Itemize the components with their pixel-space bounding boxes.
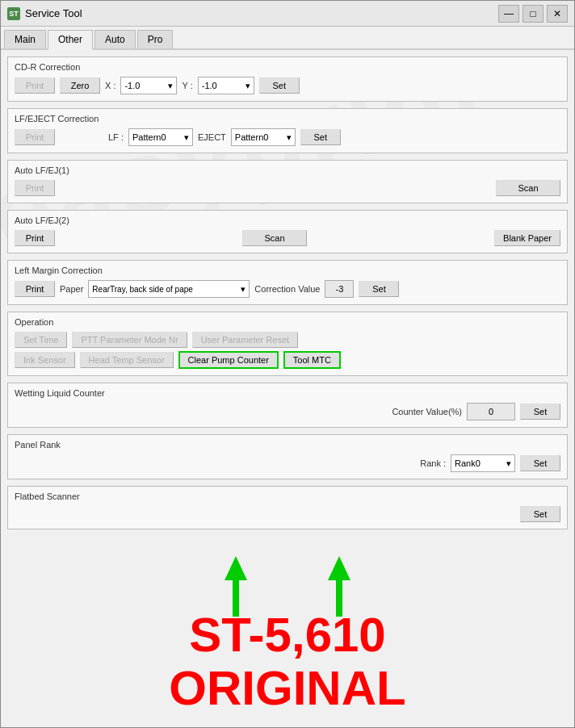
paper-dropdown[interactable]: RearTray, back side of pape ▾ — [88, 280, 250, 298]
section-cd-correction: CD-R Correction Print Zero X : -1.0 ▾ Y … — [7, 56, 568, 102]
wetting-liquid-row: Counter Value(%) 0 Set — [15, 403, 560, 420]
original-text: ORIGINAL — [7, 662, 568, 715]
auto-lf-ej1-title: Auto LF/EJ(1) — [15, 165, 560, 175]
tool-mtc-button[interactable]: Tool MTC — [283, 351, 341, 369]
correction-value-input[interactable]: -3 — [325, 280, 354, 298]
ink-sensor-button[interactable]: Ink Sensor — [15, 352, 75, 368]
head-temp-sensor-button[interactable]: Head Temp Sensor — [80, 352, 174, 368]
panel-rank-row: Rank : Rank0 ▾ Set — [15, 454, 560, 472]
minimize-button[interactable]: — — [498, 5, 519, 23]
section-auto-lf-ej1: Auto LF/EJ(1) Print Scan — [7, 160, 568, 203]
flatbed-scanner-row: Set — [15, 506, 560, 522]
window-title: Service Tool — [25, 7, 82, 19]
scrollable-content: CD-R Correction Print Zero X : -1.0 ▾ Y … — [1, 50, 574, 704]
section-auto-lf-ej2: Auto LF/EJ(2) Print Scan Blank Paper — [7, 210, 568, 253]
lf-eject-set-button[interactable]: Set — [300, 129, 341, 145]
arrow-right-head — [328, 556, 350, 580]
auto-lf-ej2-title: Auto LF/EJ(2) — [15, 215, 560, 225]
st-number: ST-5,610 — [7, 609, 568, 662]
cd-zero-button[interactable]: Zero — [60, 77, 100, 94]
y-label: Y : — [182, 81, 192, 90]
correction-value-label: Correction Value — [254, 284, 320, 294]
counter-value-label: Counter Value(%) — [392, 407, 462, 416]
paper-label: Paper — [60, 284, 83, 294]
section-panel-rank: Panel Rank Rank : Rank0 ▾ Set — [7, 434, 568, 479]
auto2-scan-button[interactable]: Scan — [242, 230, 307, 246]
arrow-left-head — [225, 556, 247, 580]
arrows-container — [7, 536, 568, 617]
left-margin-print-button[interactable]: Print — [15, 281, 55, 297]
app-icon: ST — [7, 7, 20, 20]
eject-dropdown[interactable]: Pattern0 ▾ — [231, 128, 296, 146]
wetting-liquid-title: Wetting Liquid Counter — [15, 388, 560, 398]
st-text-container: ST-5,610 ORIGINAL — [7, 609, 568, 715]
section-wetting-liquid: Wetting Liquid Counter Counter Value(%) … — [7, 383, 568, 428]
panel-rank-title: Panel Rank — [15, 440, 560, 450]
menu-tabs: Main Other Auto Pro — [1, 27, 574, 50]
content-area: easyprint CD-R Correction Print Zero X :… — [1, 50, 574, 727]
cd-print-button[interactable]: Print — [15, 77, 55, 94]
title-bar: ST Service Tool — □ ✕ — [1, 1, 574, 27]
operation-row1: Set Time PTT Parameter Mode Nr User Para… — [15, 332, 560, 348]
x-label: X : — [105, 81, 115, 90]
ptt-parameter-button[interactable]: PTT Parameter Mode Nr — [72, 332, 187, 348]
clear-pump-counter-button[interactable]: Clear Pump Counter — [178, 351, 279, 369]
bottom-overlay: ST-5,610 ORIGINAL — [7, 536, 568, 697]
y-dropdown[interactable]: -1.0 ▾ — [198, 77, 254, 94]
close-button[interactable]: ✕ — [547, 5, 568, 23]
title-controls: — □ ✕ — [498, 5, 568, 23]
lf-print-button[interactable]: Print — [15, 129, 55, 145]
left-margin-row: Print Paper RearTray, back side of pape … — [15, 280, 560, 298]
tab-auto[interactable]: Auto — [94, 30, 136, 48]
flatbed-scanner-title: Flatbed Scanner — [15, 492, 560, 501]
tab-main[interactable]: Main — [4, 30, 46, 48]
cd-correction-row: Print Zero X : -1.0 ▾ Y : -1.0 ▾ Set — [15, 77, 560, 94]
section-lf-eject: LF/EJECT Correction Print LF : Pattern0 … — [7, 108, 568, 153]
auto-lf-ej2-row: Print Scan Blank Paper — [15, 230, 560, 246]
lf-label: LF : — [108, 132, 124, 142]
lf-dropdown[interactable]: Pattern0 ▾ — [128, 128, 193, 146]
operation-row2: Ink Sensor Head Temp Sensor Clear Pump C… — [15, 351, 560, 369]
main-window: ST Service Tool — □ ✕ Main Other Auto Pr… — [0, 0, 575, 728]
flatbed-set-button[interactable]: Set — [520, 506, 560, 522]
title-left: ST Service Tool — [7, 7, 82, 20]
operation-title: Operation — [15, 317, 560, 327]
auto1-print-button[interactable]: Print — [15, 180, 55, 196]
auto1-scan-button[interactable]: Scan — [496, 180, 560, 196]
panel-rank-set-button[interactable]: Set — [520, 455, 560, 471]
section-operation: Operation Set Time PTT Parameter Mode Nr… — [7, 312, 568, 376]
eject-label: EJECT — [198, 132, 226, 142]
tab-other[interactable]: Other — [48, 30, 93, 50]
restore-button[interactable]: □ — [523, 5, 544, 23]
left-margin-title: Left Margin Correction — [15, 266, 560, 275]
cd-correction-title: CD-R Correction — [15, 62, 560, 72]
tab-pro[interactable]: Pro — [137, 30, 174, 48]
lf-eject-row: Print LF : Pattern0 ▾ EJECT Pattern0 ▾ S… — [15, 128, 560, 146]
section-flatbed-scanner: Flatbed Scanner Set — [7, 486, 568, 529]
wetting-set-button[interactable]: Set — [520, 404, 560, 420]
blank-paper-button[interactable]: Blank Paper — [494, 230, 560, 246]
auto-lf-ej1-row: Print Scan — [15, 180, 560, 196]
user-parameter-reset-button[interactable]: User Parameter Reset — [192, 332, 298, 348]
lf-eject-title: LF/EJECT Correction — [15, 114, 560, 123]
cd-set-button[interactable]: Set — [259, 77, 300, 94]
auto2-print-button[interactable]: Print — [15, 230, 55, 246]
set-time-button[interactable]: Set Time — [15, 332, 67, 348]
x-dropdown[interactable]: -1.0 ▾ — [120, 77, 177, 94]
section-left-margin: Left Margin Correction Print Paper RearT… — [7, 260, 568, 305]
rank-dropdown[interactable]: Rank0 ▾ — [451, 454, 515, 472]
counter-value-input[interactable]: 0 — [467, 403, 515, 420]
left-margin-set-button[interactable]: Set — [359, 281, 399, 297]
rank-label: Rank : — [420, 458, 446, 468]
